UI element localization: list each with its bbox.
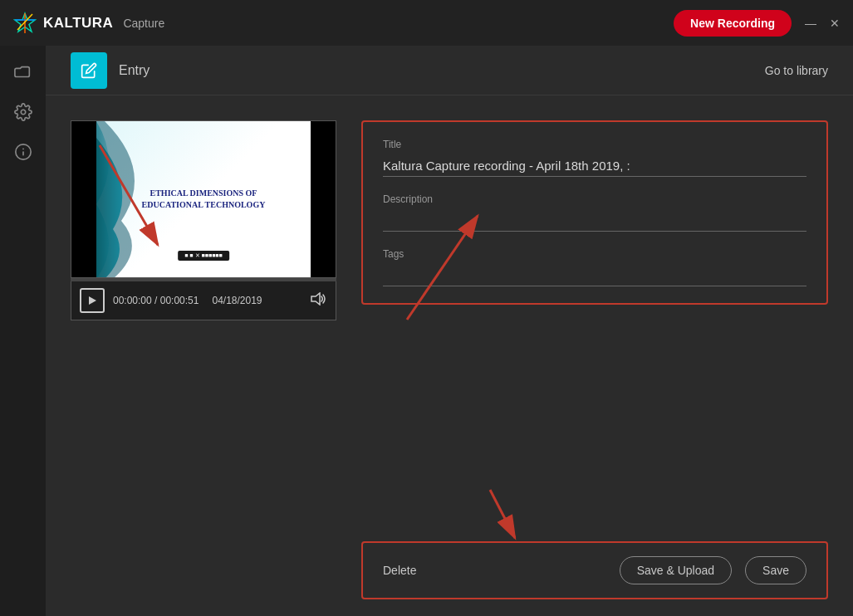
tags-input[interactable]	[383, 265, 806, 286]
new-recording-button[interactable]: New Recording	[674, 10, 792, 37]
slide-title-area: Ethical Dimensions of Educational Techno…	[125, 188, 282, 211]
time-current: 00:00:00	[113, 295, 152, 306]
actions-card: Delete Save & Upload Save	[361, 541, 828, 599]
minimize-button[interactable]: —	[805, 17, 816, 29]
settings-icon	[14, 103, 32, 121]
title-field: Title	[383, 139, 806, 177]
content-area: Entry Go to library	[46, 46, 853, 616]
time-separator: /	[154, 295, 160, 306]
video-preview: Ethical Dimensions of Educational Techno…	[71, 121, 336, 277]
video-progress-bar[interactable]	[71, 278, 336, 281]
logo-area: KALTURA Capture	[13, 12, 164, 35]
video-controls: 00:00:00 / 00:00:51 04/18/2019	[71, 281, 336, 320]
delete-button[interactable]: Delete	[383, 564, 416, 577]
date-display: 04/18/2019	[212, 295, 262, 306]
tab-icon-box	[71, 52, 107, 89]
logo-sub-text: Capture	[123, 17, 164, 30]
video-wrapper: Ethical Dimensions of Educational Techno…	[71, 120, 336, 278]
volume-svg-icon	[311, 292, 327, 306]
form-section: Title Description Tags De	[361, 120, 828, 599]
save-upload-button[interactable]: Save & Upload	[620, 556, 732, 584]
description-label: Description	[383, 193, 806, 205]
video-section: Ethical Dimensions of Educational Techno…	[71, 120, 336, 599]
tab-bar: Entry Go to library	[46, 46, 853, 95]
title-label: Title	[383, 139, 806, 150]
play-button[interactable]	[80, 288, 105, 313]
tags-field: Tags	[383, 248, 806, 286]
slide-content: Ethical Dimensions of Educational Techno…	[96, 121, 311, 277]
play-icon	[87, 296, 97, 306]
form-card: Title Description Tags	[361, 120, 828, 305]
time-total: 00:00:51	[160, 295, 199, 306]
titlebar: KALTURA Capture New Recording — ✕	[0, 0, 853, 46]
main-layout: Entry Go to library	[0, 46, 853, 616]
title-input[interactable]	[383, 155, 806, 177]
sidebar-item-settings[interactable]	[13, 102, 33, 122]
slide-title-line1: Ethical Dimensions of	[142, 188, 266, 199]
svg-marker-8	[89, 296, 96, 305]
tab-label: Entry	[119, 63, 150, 78]
kaltura-logo-icon	[13, 12, 37, 35]
time-display: 00:00:00 / 00:00:51	[113, 295, 199, 306]
form-spacer	[361, 321, 828, 525]
close-button[interactable]: ✕	[830, 17, 840, 29]
tags-label: Tags	[383, 248, 806, 260]
active-tab: Entry	[71, 52, 150, 89]
sidebar	[0, 46, 46, 616]
sidebar-item-library[interactable]	[13, 62, 33, 82]
sidebar-item-about[interactable]	[13, 142, 33, 162]
save-button[interactable]: Save	[745, 556, 806, 584]
svg-marker-9	[311, 293, 320, 305]
description-input[interactable]	[383, 210, 806, 232]
slide-title-line2: Educational Technology	[142, 199, 266, 211]
description-field: Description	[383, 193, 806, 232]
pencil-icon	[81, 62, 97, 79]
titlebar-controls: New Recording — ✕	[674, 10, 840, 37]
go-to-library-link[interactable]: Go to library	[765, 64, 828, 77]
folder-icon	[14, 63, 32, 81]
logo-brand-text: KALTURA	[43, 15, 113, 32]
svg-point-4	[21, 110, 26, 115]
content-body: Ethical Dimensions of Educational Techno…	[46, 95, 853, 616]
volume-icon[interactable]	[311, 292, 327, 309]
info-icon	[14, 143, 32, 161]
slide-bottom-bar: ■ ■ ✕ ■■■■■■	[178, 251, 229, 261]
